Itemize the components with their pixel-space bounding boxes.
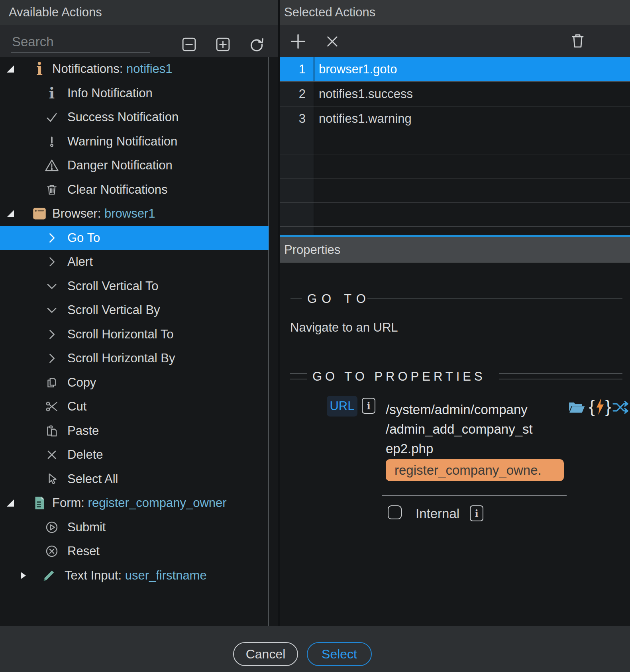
tree-item-scroll-horizontal-by[interactable]: Scroll Horizontal By [0, 346, 269, 371]
search-input[interactable] [11, 32, 150, 53]
tree-item-cut[interactable]: Cut [0, 395, 269, 419]
tree-item-danger-notification[interactable]: Danger Notification [0, 153, 269, 178]
copy-icon [43, 376, 61, 389]
action-row-number: 2 [280, 82, 314, 106]
expander-expanded-icon[interactable] [6, 209, 15, 218]
empty-row[interactable] [280, 227, 630, 236]
tree-item-label: Form: register_company_owner [52, 496, 227, 510]
tree-item-copy[interactable]: Copy [0, 371, 269, 395]
properties-title: Properties [284, 237, 340, 263]
checkmark-icon [43, 110, 61, 124]
empty-row[interactable] [280, 203, 630, 227]
tree-item-label: Browser: browser1 [52, 206, 155, 221]
tree-item-paste[interactable]: Paste [0, 419, 269, 443]
empty-row[interactable] [280, 131, 630, 155]
internal-label: Internal [416, 506, 459, 521]
internal-checkbox[interactable] [388, 505, 402, 519]
x-circle-icon [43, 544, 61, 558]
tree-item-label: Notifications: notifies1 [52, 62, 173, 76]
tree-item-notifications-group[interactable]: i Notifications: notifies1 [0, 57, 269, 81]
available-actions-title: Available Actions [9, 0, 102, 25]
go-to-properties-section-title: GO TO PROPERTIES [312, 369, 486, 384]
shuffle-icon[interactable] [612, 400, 630, 415]
scissors-icon [43, 399, 61, 414]
collapse-all-icon [181, 36, 197, 53]
dynamic-value-braces-bolt-icon[interactable]: { } [589, 396, 611, 417]
url-field-value[interactable]: /system/admin/company /admin_add_company… [386, 400, 561, 458]
cursor-arrow-icon [43, 472, 61, 486]
tree-item-text-input-group[interactable]: Text Input: user_firstname [0, 564, 269, 588]
tree-item-scroll-horizontal-to[interactable]: Scroll Horizontal To [0, 322, 269, 347]
tree-item-label: Text Input: user_firstname [65, 568, 207, 583]
clipboard-icon [43, 424, 61, 438]
trash-icon [43, 183, 61, 196]
tree-item-alert[interactable]: Alert [0, 250, 269, 274]
section-double-line [499, 373, 622, 379]
dialog-footer: Cancel Select [0, 626, 630, 672]
refresh-button[interactable] [247, 35, 265, 53]
chevron-down-icon [43, 279, 61, 293]
action-row-number: 1 [280, 57, 314, 81]
chevron-right-icon [43, 327, 61, 342]
tree-item-scroll-vertical-to[interactable]: Scroll Vertical To [0, 274, 269, 299]
form-document-icon [30, 495, 49, 511]
add-action-button[interactable] [289, 33, 307, 50]
open-folder-icon[interactable] [567, 399, 586, 416]
tree-item-reset[interactable]: Reset [0, 539, 269, 564]
url-field-underline [382, 495, 567, 496]
action-row-name: notifies1.success [314, 82, 630, 106]
selected-actions-title: Selected Actions [284, 0, 375, 25]
empty-row[interactable] [280, 155, 630, 179]
play-circle-icon [43, 520, 61, 534]
warning-triangle-icon [43, 158, 61, 173]
tree-item-submit[interactable]: Submit [0, 515, 269, 540]
action-row-name: notifies1.warning [314, 106, 630, 131]
tree-item-browser-group[interactable]: Browser: browser1 [0, 202, 269, 226]
cancel-button[interactable]: Cancel [233, 642, 298, 666]
exclamation-icon [43, 135, 61, 148]
chevron-down-icon [43, 303, 61, 317]
tree-item-clear-notifications[interactable]: Clear Notifications [0, 178, 269, 202]
selected-actions-table: 1 browser1.goto 2 notifies1.success 3 no… [280, 57, 630, 235]
tree-item-delete[interactable]: Delete [0, 443, 269, 467]
action-row-name: browser1.goto [314, 57, 630, 81]
url-field-label: URL [327, 396, 357, 417]
variable-chip[interactable]: register_company_owne. [386, 459, 564, 481]
empty-row[interactable] [280, 179, 630, 203]
select-button[interactable]: Select [307, 642, 372, 666]
action-row[interactable]: 1 browser1.goto [280, 57, 630, 82]
x-mark-icon [43, 448, 61, 461]
expand-all-button[interactable] [214, 35, 232, 53]
plus-icon [289, 33, 307, 50]
tree-item-info-notification[interactable]: i Info Notification [0, 81, 269, 106]
tree-item-success-notification[interactable]: Success Notification [0, 105, 269, 130]
remove-action-button[interactable] [324, 33, 341, 50]
internal-info-icon[interactable]: i [470, 505, 483, 521]
go-to-description: Navigate to an URL [290, 320, 398, 335]
refresh-icon [248, 36, 265, 53]
available-actions-header: Available Actions [0, 0, 278, 25]
action-row[interactable]: 3 notifies1.warning [280, 106, 630, 131]
browser-window-icon [30, 205, 49, 222]
action-row[interactable]: 2 notifies1.success [280, 82, 630, 106]
collapse-all-button[interactable] [180, 35, 198, 53]
tree-item-select-all[interactable]: Select All [0, 467, 269, 491]
expand-all-icon [215, 36, 231, 53]
action-selector-dialog: Available Actions [0, 0, 630, 672]
selected-actions-header: Selected Actions [280, 0, 630, 25]
url-info-icon[interactable]: i [362, 398, 375, 414]
chevron-right-icon [43, 255, 61, 269]
expander-collapsed-icon[interactable] [18, 571, 28, 580]
notifications-icon: i [30, 59, 49, 79]
tree-item-warning-notification[interactable]: Warning Notification [0, 130, 269, 154]
expander-expanded-icon[interactable] [6, 498, 15, 508]
chevron-right-icon [43, 351, 61, 365]
tree-item-form-group[interactable]: Form: register_company_owner [0, 491, 269, 515]
section-double-dash [290, 373, 307, 379]
clear-all-actions-button[interactable] [569, 32, 587, 49]
pencil-icon [40, 568, 57, 584]
trash-icon [569, 31, 587, 50]
tree-item-scroll-vertical-by[interactable]: Scroll Vertical By [0, 298, 269, 322]
tree-item-go-to[interactable]: Go To [0, 226, 269, 250]
expander-expanded-icon[interactable] [6, 64, 15, 74]
